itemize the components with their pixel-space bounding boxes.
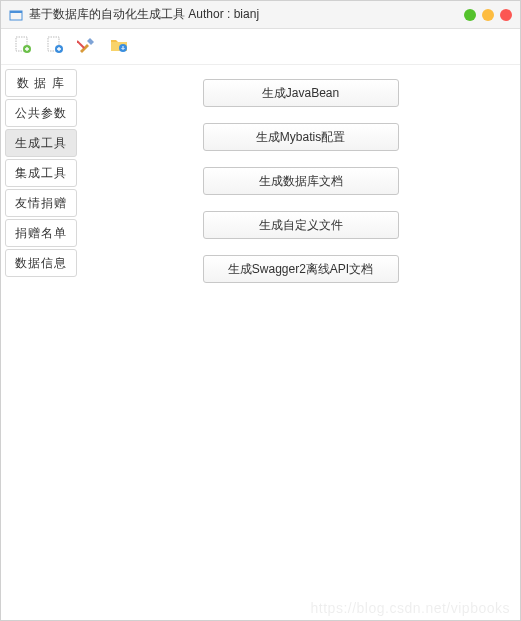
tools-icon xyxy=(77,35,97,58)
folder-download-icon xyxy=(109,35,129,58)
tab-generate-tools[interactable]: 生成工具 xyxy=(5,129,77,157)
body-area: 数 据 库 公共参数 生成工具 集成工具 友情捐赠 捐赠名单 数据信息 生成Ja… xyxy=(1,65,520,604)
titlebar: 基于数据库的自动化生成工具 Author : bianj xyxy=(1,1,520,29)
svg-rect-6 xyxy=(77,40,85,48)
toolbar-add-button[interactable] xyxy=(41,33,69,61)
tab-data-info[interactable]: 数据信息 xyxy=(5,249,77,277)
tab-integration-tools[interactable]: 集成工具 xyxy=(5,159,77,187)
toolbar-new-button[interactable] xyxy=(9,33,37,61)
minimize-button[interactable] xyxy=(464,9,476,21)
watermark: https://blog.csdn.net/vipbooks xyxy=(311,600,510,616)
toolbar-folder-button[interactable] xyxy=(105,33,133,61)
document-plus-icon xyxy=(13,35,33,58)
toolbar-tools-button[interactable] xyxy=(73,33,101,61)
window-controls xyxy=(464,9,512,21)
tab-common-params[interactable]: 公共参数 xyxy=(5,99,77,127)
maximize-button[interactable] xyxy=(482,9,494,21)
close-button[interactable] xyxy=(500,9,512,21)
generate-db-doc-button[interactable]: 生成数据库文档 xyxy=(203,167,399,195)
generate-mybatis-button[interactable]: 生成Mybatis配置 xyxy=(203,123,399,151)
content-panel: 生成JavaBean 生成Mybatis配置 生成数据库文档 生成自定义文件 生… xyxy=(81,65,520,604)
generate-swagger-doc-button[interactable]: 生成Swagger2离线API文档 xyxy=(203,255,399,283)
document-add-icon xyxy=(45,35,65,58)
svg-rect-1 xyxy=(10,11,22,13)
tab-donation[interactable]: 友情捐赠 xyxy=(5,189,77,217)
tab-database[interactable]: 数 据 库 xyxy=(5,69,77,97)
generate-javabean-button[interactable]: 生成JavaBean xyxy=(203,79,399,107)
tab-donation-list[interactable]: 捐赠名单 xyxy=(5,219,77,247)
app-icon xyxy=(9,8,23,22)
app-window: 基于数据库的自动化生成工具 Author : bianj xyxy=(0,0,521,621)
generate-custom-file-button[interactable]: 生成自定义文件 xyxy=(203,211,399,239)
toolbar xyxy=(1,29,520,65)
sidebar: 数 据 库 公共参数 生成工具 集成工具 友情捐赠 捐赠名单 数据信息 xyxy=(1,65,81,604)
window-title: 基于数据库的自动化生成工具 Author : bianj xyxy=(29,6,464,23)
